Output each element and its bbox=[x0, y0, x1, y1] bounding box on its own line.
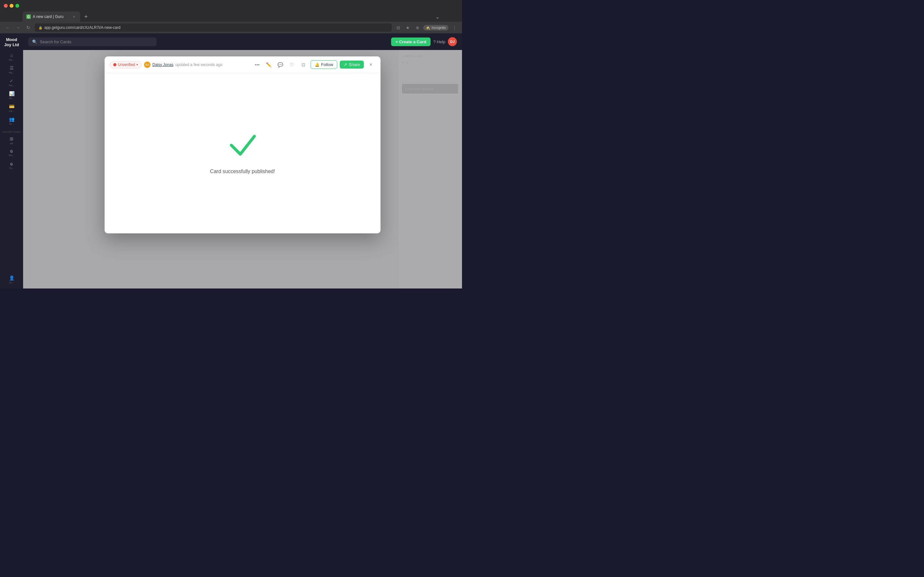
author-avatar: DJ bbox=[144, 61, 150, 68]
card-modal: Unverified ▾ DJ Daisy Jonas updated a fe… bbox=[105, 56, 381, 234]
team-icon: 👥 bbox=[9, 117, 15, 122]
share-icon: ↗ bbox=[344, 62, 347, 67]
bell-icon: 🔔 bbox=[315, 63, 320, 67]
card-modal-body: Card successfully published! bbox=[105, 73, 381, 234]
browser-menu-button[interactable]: ⋮ bbox=[451, 24, 458, 31]
tab-bar: G A new card | Guru × + ⌄ bbox=[0, 11, 462, 22]
app-container: Mood Joy Ltd ⌂ Ho... ☰ My... ✓ Tas... 📊 … bbox=[0, 33, 462, 288]
trial-bar[interactable]: 30 trial days left • Upgrade bbox=[0, 287, 23, 288]
close-modal-button[interactable]: × bbox=[367, 60, 375, 69]
browser-actions: ⊟ ★ ⊕ 🕵 Incognito ⋮ bbox=[394, 24, 458, 31]
sidebar-item-invite[interactable]: 👤 In... bbox=[4, 274, 19, 285]
sidebar-item-my[interactable]: ☰ My... bbox=[4, 64, 19, 75]
sidebar-item-team-label: Te... bbox=[9, 122, 14, 125]
help-button[interactable]: ? Help bbox=[433, 39, 445, 44]
sidebar-item-te[interactable]: G Te... bbox=[4, 160, 19, 172]
share-button[interactable]: ↗ Share bbox=[340, 61, 364, 69]
heart-icon: ♡ bbox=[290, 62, 294, 67]
author-info: DJ Daisy Jonas updated a few seconds ago bbox=[144, 61, 222, 68]
share-label: Share bbox=[349, 62, 360, 67]
extensions-icon[interactable]: ⊕ bbox=[414, 24, 421, 31]
sidebar-item-analytics[interactable]: 📊 An... bbox=[4, 89, 19, 101]
chevron-down-icon: ▾ bbox=[136, 63, 138, 66]
search-bar[interactable]: 🔍 Search for Cards bbox=[28, 37, 157, 46]
browser-chrome: G A new card | Guru × + ⌄ ← → ↻ 🔒 app.ge… bbox=[0, 0, 462, 33]
follow-label: Follow bbox=[321, 62, 333, 67]
comment-icon: 💬 bbox=[278, 62, 283, 67]
edit-icon: ✏️ bbox=[266, 62, 271, 67]
cards-icon: 💳 bbox=[9, 104, 15, 109]
card-modal-header: Unverified ▾ DJ Daisy Jonas updated a fe… bbox=[105, 56, 381, 73]
close-window-button[interactable] bbox=[4, 4, 8, 8]
modal-overlay: Unverified ▾ DJ Daisy Jonas updated a fe… bbox=[23, 50, 462, 288]
author-name-link[interactable]: Daisy Jonas bbox=[152, 63, 173, 67]
sidebar-item-cards[interactable]: 💳 Ca... bbox=[4, 102, 19, 114]
address-bar[interactable]: 🔒 app.getguru.com/card/cXzALR7i/A-new-ca… bbox=[35, 23, 392, 32]
success-checkmark bbox=[228, 132, 257, 162]
new-tab-button[interactable]: + bbox=[81, 12, 90, 21]
expand-tabs-button[interactable]: ⌄ bbox=[435, 14, 439, 20]
title-bar bbox=[0, 0, 462, 11]
sidebar-item-home-label: Ho... bbox=[9, 58, 15, 61]
active-tab[interactable]: G A new card | Guru × bbox=[23, 11, 80, 22]
url-text: app.getguru.com/card/cXzALR7i/A-new-card bbox=[44, 25, 120, 30]
sidebar-item-all[interactable]: ⊞ All bbox=[4, 135, 19, 146]
sidebar-item-analytics-label: An... bbox=[9, 97, 14, 100]
sidebar-item-all-label: All bbox=[10, 142, 13, 145]
create-card-button[interactable]: + Create a Card bbox=[391, 37, 431, 46]
follow-button[interactable]: 🔔 Follow bbox=[310, 60, 338, 69]
minimize-window-button[interactable] bbox=[10, 4, 13, 8]
sidebar-bottom: 👤 In... 30 trial days left • Upgrade bbox=[0, 274, 23, 288]
heart-button[interactable]: ♡ bbox=[288, 60, 296, 69]
home-icon: ⌂ bbox=[10, 53, 13, 58]
we-icon: G bbox=[10, 150, 13, 153]
cast-icon[interactable]: ⊟ bbox=[394, 24, 402, 31]
checkmark-svg bbox=[228, 132, 257, 158]
sidebar-item-invite-label: In... bbox=[9, 281, 13, 284]
sidebar-logo: Mood Joy Ltd bbox=[0, 37, 23, 47]
app-header: 🔍 Search for Cards + Create a Card ? Hel… bbox=[23, 33, 462, 50]
te-icon: G bbox=[10, 163, 13, 166]
sidebar-item-tasks[interactable]: ✓ Tas... bbox=[4, 77, 19, 88]
sidebar-item-team[interactable]: 👥 Te... bbox=[4, 115, 19, 127]
close-tab-button[interactable]: × bbox=[72, 15, 76, 19]
all-icon: ⊞ bbox=[10, 136, 13, 141]
back-button[interactable]: ← bbox=[4, 24, 11, 31]
status-dot bbox=[113, 63, 116, 66]
sidebar-item-we-label: We... bbox=[9, 154, 15, 157]
embed-button[interactable]: ⊡ bbox=[299, 60, 308, 69]
user-avatar[interactable]: DJ bbox=[448, 37, 457, 46]
status-badge[interactable]: Unverified ▾ bbox=[110, 61, 142, 68]
refresh-button[interactable]: ↻ bbox=[24, 24, 32, 31]
sidebar-item-te-label: Te... bbox=[9, 167, 14, 169]
sidebar-item-tasks-label: Tas... bbox=[8, 84, 15, 87]
trial-text: 30 trial days left • bbox=[2, 288, 21, 288]
sidebar-item-cards-label: Ca... bbox=[9, 110, 15, 113]
address-bar-row: ← → ↻ 🔒 app.getguru.com/card/cXzALR7i/A-… bbox=[0, 22, 462, 33]
more-options-button[interactable]: ••• bbox=[253, 60, 262, 69]
page-background: ...ified 1 card ≡ ≡ 1 card was modified. bbox=[23, 50, 462, 288]
list-icon: ☰ bbox=[10, 65, 14, 71]
lock-icon: 🔒 bbox=[39, 26, 42, 29]
sidebar-item-we[interactable]: G We... bbox=[4, 147, 19, 159]
invite-icon: 👤 bbox=[9, 276, 15, 280]
sidebar: Mood Joy Ltd ⌂ Ho... ☰ My... ✓ Tas... 📊 … bbox=[0, 33, 23, 288]
header-actions-right: ••• ✏️ 💬 ♡ ⊡ bbox=[253, 60, 375, 69]
forward-button[interactable]: → bbox=[14, 24, 22, 31]
update-time: updated a few seconds ago bbox=[175, 63, 222, 67]
search-placeholder: Search for Cards bbox=[40, 39, 71, 44]
tasks-icon: ✓ bbox=[10, 78, 13, 83]
sidebar-item-home[interactable]: ⌂ Ho... bbox=[4, 51, 19, 63]
tab-favicon: G bbox=[26, 15, 31, 19]
sidebar-item-my-label: My... bbox=[9, 71, 15, 74]
comment-button[interactable]: 💬 bbox=[276, 60, 285, 69]
analytics-icon: 📊 bbox=[9, 91, 15, 96]
bookmark-icon[interactable]: ★ bbox=[404, 24, 412, 31]
success-message: Card successfully published! bbox=[210, 169, 275, 174]
maximize-window-button[interactable] bbox=[15, 4, 19, 8]
header-actions: + Create a Card ? Help DJ bbox=[391, 37, 457, 46]
tab-title: A new card | Guru bbox=[33, 15, 70, 19]
search-icon: 🔍 bbox=[32, 39, 37, 44]
embed-icon: ⊡ bbox=[302, 62, 305, 67]
edit-button[interactable]: ✏️ bbox=[264, 60, 273, 69]
